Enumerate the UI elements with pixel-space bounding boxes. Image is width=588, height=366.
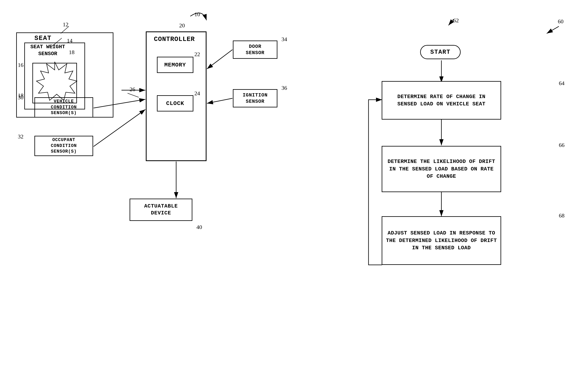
vehicle-condition-label: VEHICLECONDITIONSENSOR(S): [51, 99, 77, 116]
step3-text: ADJUST SENSED LOAD IN RESPONSE TO THE DE…: [385, 229, 498, 252]
svg-line-12: [448, 19, 454, 25]
ref-26: 26: [130, 86, 135, 93]
ignition-sensor-label: IGNITIONSENSOR: [243, 92, 267, 105]
ignition-sensor-box: IGNITIONSENSOR: [233, 89, 277, 107]
start-label: START: [430, 49, 450, 55]
ref-40: 40: [196, 224, 202, 230]
ref-32: 32: [18, 133, 23, 140]
clock-box: CLOCK: [157, 95, 193, 111]
ref-60: 60: [558, 18, 564, 25]
door-sensor-label: DOORSENSOR: [246, 43, 265, 56]
ref-24: 24: [194, 90, 200, 97]
ref-12: 12: [63, 21, 68, 28]
step2-text: DETERMINE THE LIKELIHOOD OF DRIFT IN THE…: [385, 158, 498, 180]
actuatable-device-box: ACTUATABLEDEVICE: [130, 198, 192, 221]
actuatable-device-label: ACTUATABLEDEVICE: [144, 203, 178, 217]
memory-label: MEMORY: [164, 62, 186, 68]
ref-14: 14: [67, 38, 73, 44]
svg-line-6: [207, 98, 232, 103]
ref-10: 10: [194, 11, 200, 18]
ref-66: 66: [559, 142, 565, 148]
controller-label: CONTROLLER: [154, 36, 195, 43]
step3-box: ADJUST SENSED LOAD IN RESPONSE TO THE DE…: [382, 216, 501, 265]
seat-label: SEAT: [34, 34, 52, 42]
ref-30: 30: [18, 94, 23, 101]
clock-label: CLOCK: [166, 100, 184, 107]
ref-68: 68: [559, 212, 565, 219]
ref-34: 34: [281, 36, 287, 43]
patent-diagram: { "left_diagram": { "ref_main": "10", "s…: [0, 0, 588, 366]
svg-marker-16: [37, 62, 77, 100]
sensor-jagged-shape: [29, 60, 80, 102]
step1-text: DETERMINE RATE OF CHANGE INSENSED LOAD O…: [397, 93, 485, 108]
memory-box: MEMORY: [157, 57, 193, 73]
ref-22: 22: [194, 51, 200, 58]
svg-line-11: [547, 26, 559, 33]
vehicle-condition-box: VEHICLECONDITIONSENSOR(S): [34, 97, 93, 118]
door-sensor-box: DOORSENSOR: [233, 40, 277, 59]
ref-62: 62: [453, 17, 459, 24]
ref-16: 16: [18, 62, 23, 68]
step1-box: DETERMINE RATE OF CHANGE INSENSED LOAD O…: [382, 81, 501, 120]
occupant-condition-label: OCCUPANTCONDITIONSENSOR(S): [51, 137, 77, 155]
ref-18a: 18: [69, 49, 74, 55]
svg-line-15: [128, 93, 139, 97]
svg-line-5: [207, 50, 232, 69]
start-oval: START: [420, 45, 461, 59]
ref-64: 64: [559, 80, 565, 86]
ref-20: 20: [179, 22, 185, 29]
ref-36: 36: [281, 85, 287, 91]
occupant-condition-box: OCCUPANTCONDITIONSENSOR(S): [34, 136, 93, 156]
seat-weight-label: SEAT WEIGHTSENSOR: [30, 44, 65, 57]
step2-box: DETERMINE THE LIKELIHOOD OF DRIFT IN THE…: [382, 146, 501, 192]
